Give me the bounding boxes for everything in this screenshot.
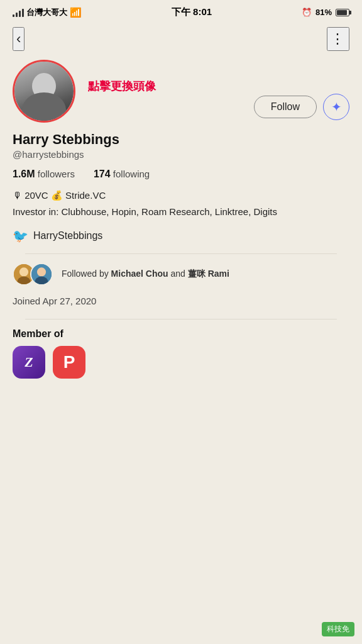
sparkle-button[interactable]: ✦ bbox=[323, 94, 349, 120]
bio-companies: 🎙 20VC 💰 Stride.VC bbox=[13, 190, 349, 201]
back-button[interactable]: ‹ bbox=[13, 27, 25, 51]
twitter-link[interactable]: 🐦 HarryStebbings bbox=[13, 228, 349, 243]
wifi-icon: 📶 bbox=[70, 7, 82, 18]
followed-name-2: 薑咪 Rami bbox=[188, 269, 229, 279]
status-bar: 台灣大哥大 📶 下午 8:01 ⏰ 81% bbox=[0, 0, 362, 22]
followers-label: followers bbox=[38, 169, 75, 179]
twitter-icon: 🐦 bbox=[13, 228, 28, 243]
carrier-label: 台灣大哥大 bbox=[26, 7, 67, 18]
divider-2 bbox=[25, 319, 337, 319]
following-label: following bbox=[113, 169, 150, 179]
follower-face-2 bbox=[31, 263, 52, 286]
status-time: 下午 8:01 bbox=[172, 6, 212, 18]
alarm-icon: ⏰ bbox=[302, 8, 312, 17]
following-stat: 174 following bbox=[94, 169, 150, 180]
joined-date: Joined Apr 27, 2020 bbox=[13, 296, 349, 306]
divider-1 bbox=[25, 253, 337, 254]
club-z-badge[interactable]: Z bbox=[13, 346, 45, 379]
club-p-letter: P bbox=[63, 352, 75, 372]
member-clubs: Z P bbox=[13, 346, 349, 379]
battery-icon bbox=[336, 9, 349, 16]
profile-name: Harry Stebbings bbox=[13, 131, 349, 148]
profile-handle: @harrystebbings bbox=[13, 149, 349, 160]
avatar-face bbox=[14, 62, 74, 121]
status-right: ⏰ 81% bbox=[302, 8, 349, 17]
battery-label: 81% bbox=[315, 8, 332, 17]
followers-count: 1.6M bbox=[13, 169, 35, 179]
club-z-letter: Z bbox=[25, 354, 33, 370]
status-left: 台灣大哥大 📶 bbox=[13, 7, 82, 18]
avatar-image[interactable] bbox=[13, 60, 75, 123]
profile-header-right: 點擊更換頭像 Follow ✦ bbox=[88, 60, 349, 120]
change-avatar-hint: 點擊更換頭像 bbox=[88, 79, 349, 94]
member-of-title: Member of bbox=[13, 328, 349, 340]
followed-name-1: Michael Chou bbox=[111, 269, 168, 279]
followed-avatars bbox=[13, 263, 53, 286]
profile-header: 點擊更換頭像 Follow ✦ bbox=[0, 53, 362, 131]
more-button[interactable]: ⋮ bbox=[327, 27, 349, 51]
follower-avatar-2 bbox=[30, 263, 53, 286]
followed-by-label: Followed by bbox=[62, 269, 109, 279]
profile-stats: 1.6M followers 174 following bbox=[13, 169, 349, 180]
followed-and: and bbox=[171, 269, 185, 279]
follow-button[interactable]: Follow bbox=[254, 96, 317, 118]
profile-header-actions: Follow ✦ bbox=[254, 94, 349, 120]
avatar-wrapper[interactable] bbox=[13, 60, 75, 123]
bio-companies-text: 🎙 20VC 💰 Stride.VC bbox=[13, 190, 106, 201]
followers-stat: 1.6M followers bbox=[13, 169, 75, 180]
twitter-handle: HarryStebbings bbox=[33, 230, 102, 242]
followed-text: Followed by Michael Chou and 薑咪 Rami bbox=[59, 269, 229, 280]
svg-point-4 bbox=[37, 267, 46, 276]
following-count: 174 bbox=[94, 169, 111, 179]
profile-info: Harry Stebbings @harrystebbings 1.6M fol… bbox=[0, 131, 362, 379]
watermark: 科技免 bbox=[322, 622, 354, 636]
signal-icon bbox=[13, 8, 24, 17]
club-p-badge[interactable]: P bbox=[53, 346, 85, 379]
followed-by-section: Followed by Michael Chou and 薑咪 Rami bbox=[13, 263, 349, 286]
nav-bar: ‹ ⋮ bbox=[0, 22, 362, 53]
svg-point-1 bbox=[19, 267, 28, 276]
bio-text: Investor in: Clubhouse, Hopin, Roam Rese… bbox=[13, 205, 349, 219]
